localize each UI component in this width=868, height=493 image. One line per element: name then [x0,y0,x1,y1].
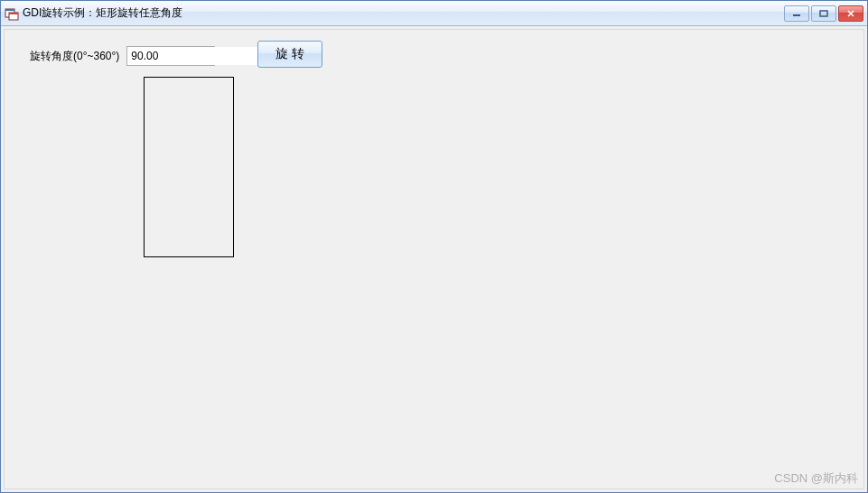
close-icon [846,10,855,17]
window-title: GDI旋转示例：矩形旋转任意角度 [23,5,784,21]
rotated-rectangle [144,77,234,257]
angle-label: 旋转角度(0°~360°) [30,49,119,64]
titlebar[interactable]: GDI旋转示例：矩形旋转任意角度 [1,1,867,26]
app-window: GDI旋转示例：矩形旋转任意角度 旋转角度(0°~360°) [0,0,868,493]
window-controls [784,5,863,22]
client-area: 旋转角度(0°~360°) 旋转 [4,29,864,489]
maximize-button[interactable] [811,5,836,22]
close-button[interactable] [838,5,863,22]
rotate-button[interactable]: 旋转 [257,41,322,68]
minimize-button[interactable] [784,5,809,22]
svg-rect-4 [793,14,800,16]
form-icon [5,6,19,21]
minimize-icon [792,10,801,17]
angle-row: 旋转角度(0°~360°) [30,46,215,66]
drawing-canvas [5,77,863,488]
angle-input[interactable] [127,47,270,65]
svg-rect-1 [5,9,14,11]
angle-numeric-updown[interactable] [126,46,215,66]
svg-rect-3 [9,13,18,14]
svg-rect-5 [820,11,827,16]
maximize-icon [819,10,828,17]
